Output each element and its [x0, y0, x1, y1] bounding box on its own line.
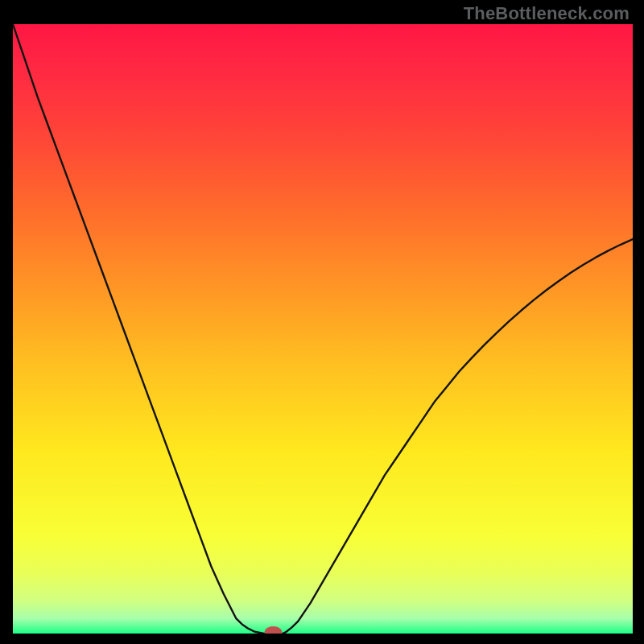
- chart-frame: { "watermark": "TheBottleneck.com", "cha…: [0, 0, 644, 644]
- chart-svg: [13, 24, 633, 634]
- watermark-text: TheBottleneck.com: [464, 3, 630, 24]
- plot-background: [13, 24, 633, 634]
